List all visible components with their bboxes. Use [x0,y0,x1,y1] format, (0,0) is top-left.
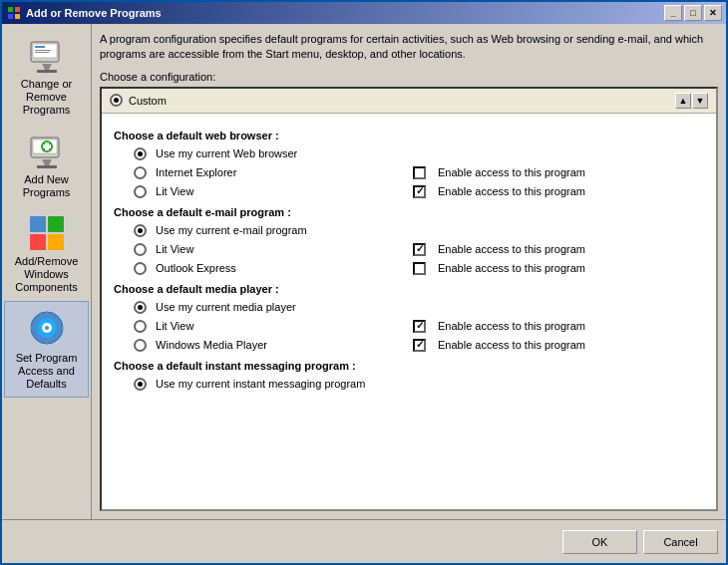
scrollable-content[interactable]: Choose a default web browser : Use my cu… [102,114,716,509]
em-litview-radio[interactable] [134,243,147,256]
wb-current-radio[interactable] [134,147,147,160]
mp-litview-right: Enable access to this program [413,320,585,333]
sidebar-item-add-new[interactable]: Add NewPrograms [4,124,89,205]
wb-litview-radio[interactable] [134,185,147,198]
wb-litview-right: Enable access to this program [413,185,585,198]
svg-rect-29 [57,326,63,330]
set-program-icon [27,308,67,348]
em-current-label: Use my current e-mail program [153,224,307,236]
im-current-radio[interactable] [134,378,147,391]
maximize-button[interactable]: □ [684,5,702,21]
svg-rect-17 [37,165,57,168]
wb-ie-row: Internet Explorer Enable access to this … [134,166,704,179]
wb-ie-checkbox-label: Enable access to this program [438,166,585,178]
wb-litview-checkbox[interactable] [413,185,426,198]
bottom-bar: OK Cancel [2,519,726,563]
svg-rect-19 [48,216,64,232]
svg-rect-8 [35,52,49,53]
main-window: Add or Remove Programs _ □ ✕ [0,0,728,565]
svg-rect-18 [30,216,46,232]
em-outlook-radio[interactable] [134,262,147,275]
svg-rect-21 [48,234,64,250]
cancel-button[interactable]: Cancel [643,530,718,554]
option-em-outlook: Outlook Express Enable access to this pr… [114,262,704,275]
svg-rect-2 [8,14,13,19]
wb-current-label: Use my current Web browser [153,147,297,159]
wb-ie-radio[interactable] [134,166,147,179]
mp-current-radio[interactable] [134,301,147,314]
em-litview-row: Lit View Enable access to this program [134,243,704,256]
wb-litview-label: Lit View [153,185,193,197]
em-litview-checkbox-label: Enable access to this program [438,243,585,255]
mp-current-label: Use my current media player [153,301,296,313]
option-wb-current: Use my current Web browser [114,147,704,160]
close-button[interactable]: ✕ [704,5,722,21]
minimize-button[interactable]: _ [664,5,682,21]
svg-point-25 [45,326,49,330]
config-header-left: Custom [110,94,167,107]
mp-wmp-left: Windows Media Player [134,339,413,352]
mp-litview-label: Lit View [153,320,193,332]
ok-button[interactable]: OK [562,530,637,554]
em-litview-checkbox[interactable] [413,243,426,256]
windows-components-label: Add/RemoveWindowsComponents [15,255,79,295]
svg-rect-7 [35,50,51,51]
option-wb-litview: Lit View Enable access to this program [114,185,704,198]
mp-litview-checkbox-label: Enable access to this program [438,320,585,332]
window-icon [6,5,22,21]
sidebar-item-windows-components[interactable]: Add/RemoveWindowsComponents [4,205,89,301]
change-remove-label: Change orRemovePrograms [21,78,72,118]
em-outlook-label: Outlook Express [153,262,236,274]
mp-litview-left: Lit View [134,320,413,333]
em-outlook-left: Outlook Express [134,262,413,275]
change-remove-icon [27,34,67,74]
mp-wmp-checkbox[interactable] [413,339,426,352]
config-selected-label: Custom [129,95,167,107]
scroll-up-button[interactable]: ▲ [675,93,691,109]
wb-ie-checkbox[interactable] [413,166,426,179]
section-web-browser-title: Choose a default web browser : [114,130,704,141]
window-title: Add or Remove Programs [26,7,664,19]
main-panel: A program configuration specifies defaul… [92,24,726,519]
svg-rect-28 [31,326,37,330]
option-mp-current: Use my current media player [114,301,704,314]
im-current-label: Use my current instant messaging program [153,378,365,390]
section-email-title: Choose a default e-mail program : [114,206,704,218]
svg-rect-20 [30,234,46,250]
mp-litview-row: Lit View Enable access to this program [134,320,704,333]
mp-wmp-radio[interactable] [134,339,147,352]
svg-rect-3 [15,14,20,19]
section-im-title: Choose a default instant messaging progr… [114,360,704,372]
svg-rect-1 [15,7,20,12]
sidebar: Change orRemovePrograms Add NewPrograms [2,24,92,519]
mp-wmp-row: Windows Media Player Enable access to th… [134,339,704,352]
option-im-current: Use my current instant messaging program [114,378,704,391]
mp-litview-radio[interactable] [134,320,147,333]
section-media-player: Choose a default media player : Use my c… [114,283,704,352]
content-area: Change orRemovePrograms Add NewPrograms [2,24,726,519]
scroll-down-button[interactable]: ▼ [692,93,708,109]
sidebar-item-change-remove[interactable]: Change orRemovePrograms [4,28,89,124]
config-header: Custom ▲ ▼ [102,89,716,114]
em-outlook-checkbox[interactable] [413,262,426,275]
em-current-radio[interactable] [134,224,147,237]
collapse-buttons: ▲ ▼ [675,93,708,109]
wb-ie-label: Internet Explorer [153,166,236,178]
section-email: Choose a default e-mail program : Use my… [114,206,704,275]
add-new-label: Add NewPrograms [23,173,71,199]
option-wb-ie: Internet Explorer Enable access to this … [114,166,704,179]
svg-rect-10 [37,70,57,73]
em-outlook-row: Outlook Express Enable access to this pr… [134,262,704,275]
config-radio[interactable] [110,94,123,107]
svg-rect-0 [8,7,13,12]
svg-rect-26 [45,312,49,318]
option-em-litview: Lit View Enable access to this program [114,243,704,256]
section-web-browser: Choose a default web browser : Use my cu… [114,130,704,198]
wb-litview-row: Lit View Enable access to this program [134,185,704,198]
option-mp-wmp: Windows Media Player Enable access to th… [114,339,704,352]
mp-wmp-right: Enable access to this program [413,339,585,352]
sidebar-item-set-program[interactable]: Set ProgramAccess andDefaults [4,301,89,399]
mp-wmp-label: Windows Media Player [153,339,267,351]
config-label: Choose a configuration: [100,71,718,83]
mp-litview-checkbox[interactable] [413,320,426,333]
